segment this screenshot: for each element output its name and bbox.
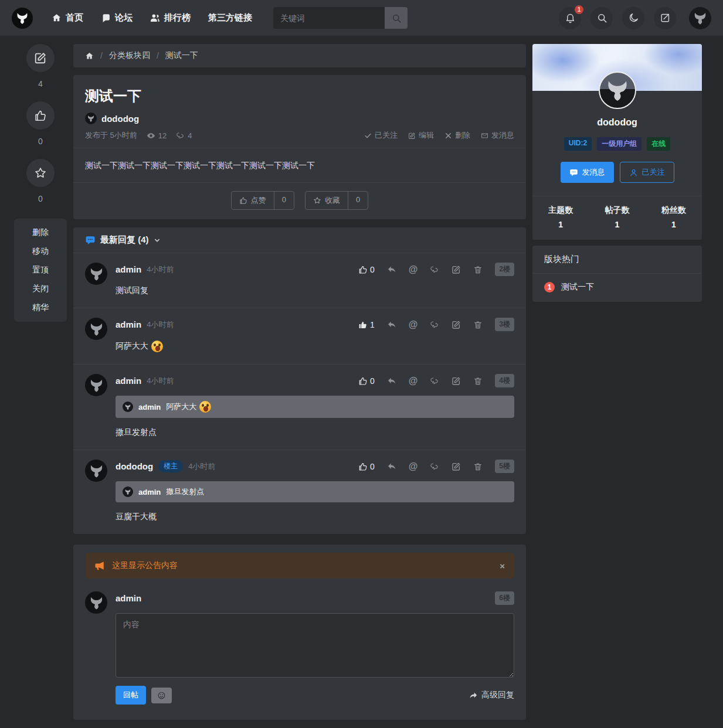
reply-avatar[interactable]	[85, 460, 107, 482]
quote-button[interactable]	[430, 320, 439, 329]
user-menu-avatar[interactable]	[689, 7, 711, 29]
announcement-close-button[interactable]: ×	[500, 562, 505, 570]
quote-button[interactable]	[430, 265, 439, 274]
emoji-picker-button[interactable]	[151, 688, 172, 703]
quoted-reply[interactable]: admin 阿萨大大	[116, 396, 514, 418]
like-post-button[interactable]	[26, 101, 55, 130]
quote-content: 撒旦发射点	[166, 487, 204, 497]
reply-author[interactable]: dododog	[116, 461, 153, 471]
site-logo[interactable]	[12, 8, 33, 29]
reply-like-button[interactable]: 0	[358, 265, 375, 274]
profile-stats: 主题数 1 帖子数 1 粉丝数 1	[532, 196, 702, 240]
author-avatar[interactable]	[85, 113, 97, 124]
reply-button[interactable]	[387, 320, 396, 329]
at-mention-button[interactable]: @	[409, 320, 418, 329]
fox-avatar-icon	[89, 595, 104, 611]
advanced-reply-link[interactable]: 高级回复	[469, 690, 514, 700]
hot-topic-title: 测试一下	[561, 282, 594, 292]
reply-avatar[interactable]	[85, 374, 107, 396]
views-count: 12	[158, 131, 167, 140]
reply-actions: 0 @ 4楼	[358, 374, 514, 387]
reply-button[interactable]	[387, 265, 396, 274]
hot-topic-item[interactable]: 1 测试一下	[532, 274, 702, 302]
reply-form-row: admin 6楼 回帖 高级回复	[85, 591, 514, 705]
menu-item-move[interactable]: 移动	[14, 242, 67, 261]
hot-topics-title: 版块热门	[532, 246, 702, 274]
reply-avatar[interactable]	[85, 318, 107, 340]
delete-reply-button[interactable]	[473, 462, 483, 471]
breadcrumb-current: 测试一下	[165, 50, 198, 61]
new-post-button[interactable]	[654, 7, 676, 29]
quote-text: 阿萨大大	[166, 401, 211, 413]
advanced-reply-label: 高级回复	[481, 690, 514, 700]
jump-to-comments-button[interactable]	[26, 44, 55, 72]
profile-username[interactable]: dododog	[532, 117, 702, 128]
hot-rank-badge: 1	[544, 282, 555, 292]
menu-item-pin[interactable]: 置顶	[14, 261, 67, 280]
delete-reply-button[interactable]	[473, 376, 483, 386]
edit-reply-button[interactable]	[452, 320, 461, 329]
search-input[interactable]	[273, 7, 385, 29]
reply-author[interactable]: admin	[116, 376, 141, 386]
delete-post-link[interactable]: 删除	[444, 130, 470, 141]
followed-button[interactable]: 已关注	[620, 162, 674, 183]
menu-item-digest[interactable]: 精华	[14, 298, 67, 317]
breadcrumb-category[interactable]: 分类板块四	[109, 50, 150, 61]
search-submit-button[interactable]	[385, 7, 408, 29]
quote-button[interactable]	[430, 462, 439, 471]
reply-like-button[interactable]: 0	[358, 376, 375, 386]
at-mention-button[interactable]: @	[409, 376, 418, 386]
follow-toggle-link[interactable]: 已关注	[364, 130, 398, 141]
reply-avatar[interactable]	[85, 263, 107, 285]
quoted-reply[interactable]: admin 撒旦发射点	[116, 481, 514, 502]
reply-like-button[interactable]: 1	[358, 320, 375, 329]
nav-item-forum[interactable]: 论坛	[101, 12, 133, 23]
follow-label: 已关注	[375, 130, 398, 141]
quote-button[interactable]	[430, 376, 439, 386]
at-mention-button[interactable]: @	[409, 265, 418, 274]
post-author-name[interactable]: dododog	[101, 114, 139, 124]
astonished-emoji	[151, 341, 163, 352]
edit-reply-button[interactable]	[452, 265, 461, 274]
reply-content-textarea[interactable]	[116, 613, 514, 678]
current-user-name: admin	[116, 593, 141, 603]
profile-avatar[interactable]	[599, 72, 636, 109]
reply-like-button[interactable]: 0	[358, 462, 375, 471]
menu-item-delete[interactable]: 删除	[14, 223, 67, 242]
star-icon	[313, 196, 321, 205]
nav-item-thirdparty-links[interactable]: 第三方链接	[208, 12, 252, 23]
theme-toggle-button[interactable]	[622, 7, 644, 29]
delete-reply-button[interactable]	[473, 265, 483, 274]
nav-item-ranking[interactable]: 排行榜	[150, 12, 191, 23]
reply-arrow-icon	[387, 320, 396, 329]
reply-author[interactable]: admin	[116, 319, 141, 329]
menu-item-close[interactable]: 关闭	[14, 280, 67, 298]
edit-reply-button[interactable]	[452, 376, 461, 386]
replies-header[interactable]: 最新回复 (4)	[73, 227, 526, 253]
fox-avatar-icon	[89, 266, 104, 282]
submit-reply-button[interactable]: 回帖	[116, 686, 146, 705]
reply-button[interactable]	[387, 462, 396, 471]
notifications-button[interactable]: 1	[559, 7, 581, 29]
users-icon	[150, 13, 160, 23]
edit-reply-button[interactable]	[452, 462, 461, 471]
send-message-button[interactable]: 发消息	[561, 162, 614, 183]
followed-label: 已关注	[642, 167, 665, 178]
favorite-button[interactable]: 收藏 0	[305, 191, 368, 210]
reply-author[interactable]: admin	[116, 264, 141, 274]
global-search-button[interactable]	[590, 7, 613, 29]
send-message-link[interactable]: 发消息	[481, 130, 514, 141]
nav-item-home[interactable]: 首页	[52, 12, 83, 23]
delete-reply-button[interactable]	[473, 320, 483, 329]
like-button[interactable]: 点赞 0	[231, 191, 294, 210]
post-actions-links: 已关注 编辑 删除 发消息	[364, 130, 514, 141]
reply-item: admin 4小时前 0 @ 2楼	[73, 253, 526, 308]
compose-icon	[660, 12, 671, 23]
home-icon[interactable]	[85, 52, 94, 60]
uid-badge: UID:2	[564, 137, 592, 151]
favorite-post-button[interactable]	[26, 159, 55, 187]
edit-post-link[interactable]: 编辑	[408, 130, 434, 141]
reply-button[interactable]	[387, 376, 396, 386]
floor-badge: 3楼	[495, 318, 514, 331]
at-mention-button[interactable]: @	[409, 462, 418, 471]
